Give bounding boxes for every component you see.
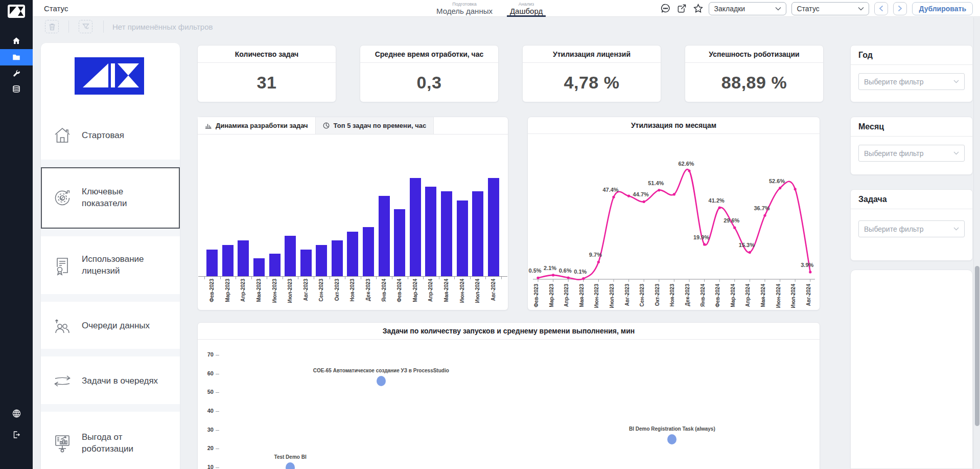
- line-chart-plot: 0.5%Фев-20232.1%Мар-20230.6%Апр-20230.1%…: [528, 134, 820, 310]
- bar[interactable]: [220, 245, 236, 276]
- line-point-label: 19.9%: [693, 234, 709, 240]
- rail-logout-button[interactable]: [0, 427, 33, 443]
- line-month-label: Мар-2024: [730, 284, 736, 307]
- bar[interactable]: [283, 236, 298, 276]
- bar-month-label: Мар-2023: [220, 279, 236, 310]
- line-month-label: Апр-2024: [745, 284, 751, 307]
- line-point: [612, 196, 615, 198]
- chevron-left-icon: [879, 5, 883, 12]
- bar[interactable]: [470, 191, 486, 276]
- bar-month-label: Июл-2023: [283, 279, 298, 310]
- divider: [41, 294, 180, 302]
- next-page-button[interactable]: [893, 2, 907, 15]
- bar-month-label: Мар-2024: [408, 279, 424, 310]
- bar-chart-tabs: Динамика разработки задач Топ 5 задач по…: [198, 117, 508, 135]
- scatter-chart-plot: 70605040302010COE-65 Автоматическое созд…: [198, 340, 819, 469]
- y-axis-tick-mark: [216, 411, 219, 412]
- filter-card-year: Год Выберите фильтр: [850, 45, 973, 102]
- bar[interactable]: [423, 187, 439, 276]
- dashboard-screen: Статус Подготовка Модель данных Анализ Д…: [0, 0, 980, 469]
- bookmarks-select[interactable]: Закладки: [709, 2, 786, 15]
- bar-month-label: Мая-2024: [439, 279, 455, 310]
- menu-item-queue-tasks[interactable]: Задачи в очередях: [41, 358, 180, 404]
- y-axis-tick-mark: [216, 355, 219, 355]
- scatter-point[interactable]: [286, 462, 295, 469]
- line-point-label: 0.6%: [559, 267, 572, 274]
- menu-item-robotization-benefit[interactable]: Выгода от роботизации: [41, 416, 180, 469]
- dashboard-menu-panel: Стартовая Ключевые показатели Исполь: [41, 43, 180, 469]
- year-filter-select[interactable]: Выберите фильтр: [858, 73, 965, 90]
- divider: [41, 404, 180, 412]
- rail-home-button[interactable]: [0, 33, 33, 49]
- rail-tools-button[interactable]: [0, 65, 33, 82]
- tab-data-model[interactable]: Подготовка Модель данных: [436, 0, 493, 17]
- bar[interactable]: [376, 196, 392, 276]
- bar[interactable]: [345, 232, 361, 276]
- menu-item-start-page[interactable]: Стартовая: [41, 113, 180, 159]
- y-axis-tick: 20: [201, 445, 214, 451]
- bar[interactable]: [251, 258, 267, 276]
- tab-dashboard[interactable]: Анализ Дашборд: [510, 0, 543, 17]
- bar[interactable]: [330, 240, 345, 276]
- trash-icon: [49, 23, 56, 31]
- bar-chart-plot: [198, 135, 507, 277]
- menu-item-license-usage[interactable]: Использование лицензий: [41, 236, 180, 294]
- bar[interactable]: [236, 240, 251, 276]
- bar[interactable]: [439, 191, 455, 276]
- bar-month-label: Ноя-2023: [345, 279, 361, 310]
- no-filters-message: Нет применённых фильтров: [112, 23, 213, 31]
- utilization-line: [538, 169, 810, 280]
- line-month-label: Июн-2024: [776, 284, 781, 308]
- scrollbar-thumb[interactable]: [975, 266, 979, 426]
- tab-top5-tasks[interactable]: Топ 5 задач по времени, час: [316, 117, 434, 134]
- menu-item-data-queues[interactable]: Очереди данных: [41, 303, 180, 349]
- bar[interactable]: [314, 245, 330, 276]
- line-point-label: 2.1%: [544, 265, 556, 271]
- divider: [41, 160, 180, 167]
- gear-sync-icon: [51, 188, 74, 208]
- share-icon[interactable]: [676, 3, 687, 14]
- duplicate-button[interactable]: Дублировать: [912, 2, 973, 15]
- bar[interactable]: [298, 250, 314, 276]
- comment-icon[interactable]: [660, 3, 671, 14]
- line-point: [688, 169, 690, 172]
- star-icon[interactable]: [692, 3, 704, 14]
- active-tab-underline: [507, 15, 546, 17]
- line-point: [582, 277, 585, 280]
- kpi-value: 88,89 %: [685, 63, 823, 102]
- tab-task-dynamics[interactable]: Динамика разработки задач: [198, 117, 316, 134]
- filter-card-month: Месяц Выберите фильтр: [850, 117, 973, 175]
- bar[interactable]: [361, 227, 377, 276]
- line-point: [658, 189, 660, 191]
- rail-data-button[interactable]: [0, 81, 33, 97]
- save-filter-button[interactable]: [79, 20, 92, 33]
- app-logo[interactable]: [8, 5, 25, 18]
- rail-language-button[interactable]: [0, 405, 33, 421]
- folder-icon: [12, 53, 21, 62]
- line-chart-card: Утилизация по месяцам 0.5%Фев-20232.1%Ма…: [527, 117, 820, 310]
- line-point-label: 44.7%: [633, 191, 649, 197]
- bar[interactable]: [267, 254, 283, 276]
- page-scrollbar[interactable]: [973, 17, 980, 469]
- month-filter-select[interactable]: Выберите фильтр: [858, 145, 965, 162]
- page-select[interactable]: Статус: [791, 2, 869, 15]
- scatter-point[interactable]: [377, 376, 386, 386]
- bar[interactable]: [392, 209, 408, 276]
- clear-filters-button[interactable]: [45, 20, 59, 33]
- bar[interactable]: [408, 178, 424, 276]
- kpi-value: 0,3: [360, 63, 498, 102]
- prev-page-button[interactable]: [874, 2, 888, 15]
- scatter-point[interactable]: [667, 434, 676, 444]
- bar-month-label: Июл-2024: [470, 279, 486, 310]
- line-month-label: Мая-2024: [760, 284, 766, 307]
- line-month-label: Мая-2023: [579, 284, 585, 307]
- bar[interactable]: [204, 250, 220, 276]
- line-point: [809, 271, 811, 273]
- menu-item-key-metrics[interactable]: Ключевые показатели: [41, 167, 180, 229]
- bar[interactable]: [485, 178, 501, 276]
- bar[interactable]: [454, 200, 470, 276]
- task-filter-select[interactable]: Выберите фильтр: [858, 220, 965, 237]
- rail-projects-button[interactable]: [0, 49, 33, 65]
- bar-month-label: Апр-2024: [423, 279, 439, 310]
- bar-month-label: Авг-2023: [298, 279, 314, 310]
